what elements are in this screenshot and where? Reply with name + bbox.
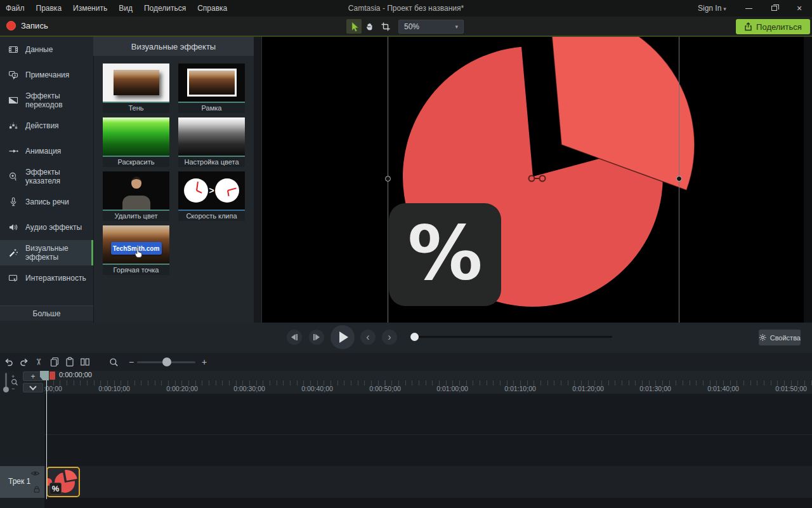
- seek-slider-track[interactable]: [414, 336, 612, 338]
- split-icon: [80, 357, 90, 367]
- ruler-label: 0:00:10;00: [98, 385, 130, 392]
- playhead-line[interactable]: [46, 371, 47, 499]
- record-button[interactable]: Запись: [21, 21, 48, 30]
- pie-chart-media[interactable]: [262, 37, 804, 323]
- canvas-zoom-dropdown[interactable]: 50% ▾: [398, 20, 464, 34]
- timeline-zoom-in-button[interactable]: +: [199, 356, 210, 368]
- effect-tile-border[interactable]: Рамка: [178, 64, 245, 113]
- cursor-effects-icon: [8, 171, 18, 182]
- effect-thumbnail: [103, 64, 169, 102]
- properties-button[interactable]: Свойства: [759, 330, 801, 345]
- jump-back-button[interactable]: ‹: [360, 330, 376, 345]
- track-height-slider[interactable]: [5, 373, 7, 388]
- effect-tile-clip-speed[interactable]: > Скорость клипа: [178, 171, 245, 221]
- split-button[interactable]: [79, 356, 91, 368]
- playhead-marker[interactable]: [49, 371, 55, 380]
- track-zoom-out-icon[interactable]: −: [11, 385, 15, 392]
- collapse-tracks-button[interactable]: [23, 383, 43, 392]
- lock-icon[interactable]: [33, 485, 41, 493]
- sidebar-item-audio-effects[interactable]: Аудио эффекты: [0, 215, 93, 240]
- sidebar-item-visual-effects[interactable]: Визуальные эффекты: [0, 240, 93, 265]
- effect-label: Рамка: [178, 103, 245, 113]
- timeline-zoom-button[interactable]: [108, 356, 119, 368]
- menu-view[interactable]: Вид: [113, 0, 138, 17]
- sidebar-item-animations[interactable]: Анимация: [0, 138, 93, 164]
- canvas-zoom-value: 50%: [404, 22, 419, 31]
- ruler-label: 0:00:50;00: [369, 385, 401, 392]
- cursor-arrow-icon: [348, 21, 360, 32]
- ruler-label: 0:01:10;00: [504, 385, 536, 392]
- record-icon[interactable]: [6, 21, 16, 30]
- paste-button[interactable]: [64, 356, 75, 368]
- track-name: Трек 1: [8, 477, 30, 486]
- menu-file[interactable]: Файл: [0, 0, 30, 17]
- speaker-icon: [8, 222, 18, 232]
- track-1-header[interactable]: Трек 1: [0, 466, 44, 498]
- ruler-label: 0:01:40;00: [707, 385, 739, 392]
- effect-tile-colorize[interactable]: Раскрасить: [103, 117, 169, 167]
- sidebar-item-cursor-effects[interactable]: Эффекты указателя: [0, 164, 93, 189]
- hand-icon: [365, 22, 375, 32]
- share-button[interactable]: Поделиться: [736, 19, 810, 34]
- crop-icon: [381, 22, 391, 32]
- select-tool-button[interactable]: [346, 19, 362, 34]
- effect-tile-color-adjustment[interactable]: Настройка цвета: [178, 117, 245, 167]
- timeline-clip-pie-chart[interactable]: %: [46, 467, 80, 497]
- timeline-toolbar: [0, 353, 812, 371]
- current-time-label: 0:00:00;00: [59, 371, 92, 378]
- sidebar-item-media[interactable]: Данные: [0, 37, 93, 62]
- undo-button[interactable]: [3, 356, 15, 368]
- eye-icon[interactable]: [30, 470, 40, 477]
- crop-tool-button[interactable]: [378, 19, 393, 34]
- selection-handle-right[interactable]: [676, 176, 682, 182]
- jump-forward-button[interactable]: ›: [382, 330, 397, 345]
- maximize-button[interactable]: [763, 0, 785, 17]
- maximize-icon: [771, 6, 777, 11]
- pan-tool-button[interactable]: [362, 19, 377, 34]
- play-button[interactable]: [331, 325, 355, 349]
- chevron-down-icon: ▾: [455, 23, 458, 30]
- sidebar-item-label: Примечания: [25, 70, 69, 79]
- cut-button[interactable]: ✂: [33, 356, 44, 368]
- microphone-icon: [8, 197, 18, 207]
- menu-modify[interactable]: Изменить: [67, 0, 113, 17]
- menu-share[interactable]: Поделиться: [138, 0, 192, 17]
- percent-glyph: %: [407, 215, 482, 290]
- paste-icon: [65, 357, 75, 367]
- track-height-slider-thumb[interactable]: [3, 387, 9, 392]
- sidebar-item-label: Действия: [25, 121, 59, 130]
- ruler-label: 0:01:50;00: [775, 385, 807, 392]
- minimize-button[interactable]: [738, 0, 759, 17]
- sidebar-item-behaviors[interactable]: Действия: [0, 113, 93, 138]
- mouse-cursor: [134, 247, 144, 260]
- playback-bar: [0, 323, 812, 353]
- timeline-zoom-out-button[interactable]: −: [126, 356, 137, 368]
- sidebar-item-voice-narration[interactable]: Запись речи: [0, 189, 93, 215]
- close-button[interactable]: ×: [789, 0, 810, 17]
- magic-wand-icon: [8, 248, 18, 258]
- step-forward-button[interactable]: [309, 330, 324, 345]
- menu-edit[interactable]: Правка: [30, 0, 68, 17]
- timeline-zoom-slider-thumb[interactable]: [162, 358, 171, 366]
- selection-handle-left[interactable]: [385, 176, 391, 182]
- sign-in-button[interactable]: Sign In▾: [698, 4, 726, 13]
- sidebar-item-interactivity[interactable]: Интерактивность: [0, 265, 93, 291]
- redo-button[interactable]: [18, 356, 30, 368]
- panel-scrollbar-gutter[interactable]: [254, 37, 262, 323]
- percent-card-media[interactable]: %: [389, 203, 501, 306]
- canvas-stage[interactable]: %: [262, 37, 804, 323]
- effect-tile-remove-color[interactable]: Удалить цвет: [103, 171, 169, 221]
- effect-thumbnail: [178, 117, 245, 156]
- sidebar-item-transitions[interactable]: Эффекты переходов: [0, 88, 93, 113]
- prev-frame-button[interactable]: [287, 330, 302, 345]
- effect-tile-shadow[interactable]: Тень: [103, 64, 169, 113]
- sidebar-item-callouts[interactable]: a Примечания: [0, 62, 93, 88]
- sidebar-more-button[interactable]: Больше: [0, 305, 93, 321]
- scissors-icon: ✂: [34, 358, 44, 366]
- effect-thumbnail: [103, 117, 169, 156]
- track-1-lane[interactable]: [44, 466, 812, 498]
- seek-slider-thumb[interactable]: [410, 333, 419, 341]
- undo-icon: [4, 357, 14, 367]
- menu-help[interactable]: Справка: [192, 0, 233, 17]
- copy-button[interactable]: [49, 356, 60, 368]
